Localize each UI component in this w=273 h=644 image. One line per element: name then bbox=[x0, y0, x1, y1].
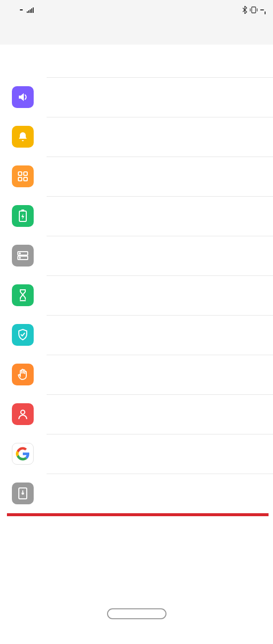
status-left bbox=[18, 7, 37, 13]
svg-rect-13 bbox=[21, 210, 24, 211]
svg-rect-2 bbox=[30, 9, 31, 13]
settings-list[interactable] bbox=[0, 45, 273, 513]
svg-point-17 bbox=[19, 258, 20, 259]
svg-rect-3 bbox=[31, 8, 32, 13]
svg-rect-8 bbox=[18, 172, 22, 175]
nav-pill[interactable] bbox=[107, 608, 166, 619]
list-item-security[interactable] bbox=[0, 315, 273, 355]
hand-icon bbox=[12, 364, 34, 385]
status-right bbox=[242, 6, 266, 14]
signal-icon bbox=[27, 7, 35, 13]
svg-point-20 bbox=[22, 493, 24, 494]
highlight-battery bbox=[7, 513, 269, 516]
svg-point-16 bbox=[19, 253, 20, 254]
list-item-battery[interactable] bbox=[0, 196, 273, 236]
svg-point-18 bbox=[21, 410, 25, 414]
page-header bbox=[0, 20, 273, 45]
battery-icon bbox=[12, 205, 34, 227]
svg-rect-5 bbox=[252, 7, 256, 13]
list-item-sounds[interactable] bbox=[0, 77, 273, 117]
list-item-system[interactable] bbox=[0, 474, 273, 513]
list-item-notifications[interactable] bbox=[0, 117, 273, 157]
status-bar bbox=[0, 0, 273, 20]
svg-rect-11 bbox=[24, 177, 27, 181]
svg-rect-1 bbox=[28, 10, 29, 13]
notifications-icon bbox=[12, 126, 34, 148]
list-item-smart-assistance[interactable] bbox=[0, 355, 273, 394]
user-icon bbox=[12, 403, 34, 425]
list-item-partial[interactable] bbox=[0, 45, 273, 77]
list-item-apps[interactable] bbox=[0, 157, 273, 196]
storage-icon bbox=[12, 245, 34, 267]
svg-rect-10 bbox=[18, 177, 22, 181]
volte-badge bbox=[20, 9, 23, 10]
shield-icon bbox=[12, 324, 34, 346]
list-item-google[interactable] bbox=[0, 434, 273, 474]
list-item-storage[interactable] bbox=[0, 236, 273, 275]
apps-icon bbox=[12, 165, 34, 187]
bluetooth-icon bbox=[242, 6, 247, 14]
digital-balance-icon bbox=[12, 284, 34, 306]
vibrate-icon bbox=[249, 6, 258, 14]
list-item-users-accounts[interactable] bbox=[0, 394, 273, 434]
svg-rect-9 bbox=[24, 172, 27, 175]
svg-rect-4 bbox=[33, 7, 34, 13]
list-item-digital-balance[interactable] bbox=[0, 275, 273, 315]
sounds-icon bbox=[12, 86, 34, 108]
system-icon bbox=[12, 483, 34, 504]
svg-rect-0 bbox=[27, 11, 28, 13]
battery-icon bbox=[260, 9, 264, 10]
google-icon bbox=[12, 443, 34, 465]
